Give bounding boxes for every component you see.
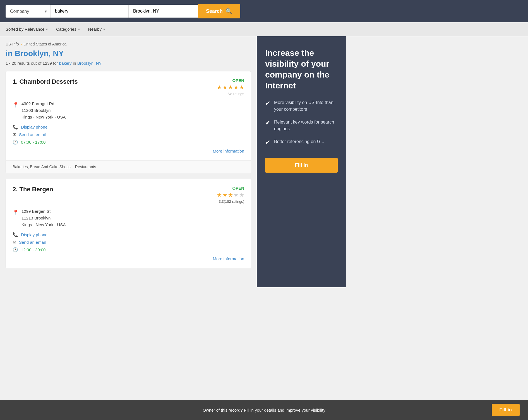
summary-prefix: 1 - 20 results out of 1239 for: [6, 61, 59, 66]
result-1-phone-link[interactable]: Display phone: [21, 125, 47, 129]
sidebar-heading: Increase the visibility of your company …: [265, 47, 338, 91]
summary-in: in: [72, 61, 77, 66]
email-icon-2: ✉: [13, 240, 16, 245]
sidebar-feature-2-text: Relevant key words for search engines: [274, 119, 338, 132]
sidebar-feature-2: ✔ Relevant key words for search engines: [265, 119, 338, 132]
star-4: ★: [234, 84, 239, 91]
breadcrumb: US-Info › United States of America: [6, 42, 251, 46]
sidebar-feature-1: ✔ More visibility on US-Info than your c…: [265, 99, 338, 113]
sort-label: Sorted by Relevance: [6, 27, 44, 32]
result-1-header: 1. Chambord Desserts OPEN ★ ★ ★ ★ ★ No r…: [13, 78, 244, 96]
checkmark-icon-3: ✔: [265, 139, 270, 146]
sidebar-feature-3: ✔ Better referencing on G...: [265, 138, 338, 146]
result-2-hours-row: 🕐 12:00 - 20:00: [13, 247, 244, 252]
header: Company Person Search 🔍: [0, 0, 528, 22]
sidebar-feature-3-text: Better referencing on G...: [274, 138, 324, 145]
star-2: ★: [222, 84, 227, 91]
result-2-star-3: ★: [228, 192, 233, 198]
result-1-stars: ★ ★ ★ ★ ★: [217, 84, 244, 91]
result-1-address-text: 4302 Farragut Rd 11203 Brooklyn Kings - …: [21, 100, 66, 120]
results-summary: 1 - 20 results out of 1239 for bakery in…: [6, 61, 251, 66]
result-2-status: OPEN: [217, 186, 244, 190]
sort-filter[interactable]: Sorted by Relevance ▾: [6, 27, 48, 32]
result-2-header: 2. The Bergen OPEN ★ ★ ★ ★ ★ 3.3(182 rat…: [13, 186, 244, 204]
result-2-star-5: ★: [239, 192, 244, 198]
location-input[interactable]: [128, 5, 198, 18]
result-2-phone-row: 📞 Display phone: [13, 232, 244, 237]
result-card-2-body: 2. The Bergen OPEN ★ ★ ★ ★ ★ 3.3(182 rat…: [6, 179, 251, 268]
keyword-input[interactable]: [50, 5, 128, 18]
result-1-tag-1[interactable]: Restaurants: [75, 165, 96, 169]
summary-keyword-link[interactable]: bakery: [59, 61, 72, 66]
search-button[interactable]: Search 🔍: [198, 4, 240, 18]
result-2-phone-link[interactable]: Display phone: [21, 232, 47, 237]
result-card-1: 1. Chambord Desserts OPEN ★ ★ ★ ★ ★ No r…: [6, 71, 251, 173]
result-1-status: OPEN: [217, 78, 244, 83]
breadcrumb-home[interactable]: US-Info: [6, 42, 19, 46]
result-2-rating-label: 3.3(182 ratings): [217, 199, 244, 204]
search-button-label: Search: [206, 8, 223, 14]
result-2-status-block: OPEN ★ ★ ★ ★ ★ 3.3(182 ratings): [217, 186, 244, 204]
result-2-email-link[interactable]: Send an email: [19, 240, 46, 245]
result-1-rating-label: No ratings: [217, 92, 244, 96]
summary-location-link[interactable]: Brooklyn, NY: [77, 61, 102, 66]
location-heading: in Brooklyn, NY: [6, 49, 251, 58]
result-1-more-info-row: More information: [13, 149, 244, 154]
main-container: US-Info › United States of America in Br…: [0, 36, 528, 287]
email-icon-1: ✉: [13, 132, 16, 137]
star-3: ★: [228, 84, 233, 91]
clock-icon-2: 🕐: [13, 247, 18, 252]
company-select-wrapper: Company Person: [6, 5, 50, 18]
result-1-email-link[interactable]: Send an email: [19, 132, 46, 137]
result-1-hours: 07:00 - 17:00: [21, 140, 45, 144]
clock-icon-1: 🕐: [13, 139, 18, 145]
categories-label: Categories: [56, 27, 76, 32]
result-2-star-2: ★: [222, 192, 227, 198]
categories-chevron-icon: ▾: [78, 27, 80, 31]
result-1-email-row: ✉ Send an email: [13, 132, 244, 137]
checkmark-icon-1: ✔: [265, 100, 270, 107]
result-2-email-row: ✉ Send an email: [13, 240, 244, 245]
nearby-filter[interactable]: Nearby ▾: [88, 27, 105, 32]
result-2-hours: 12:00 - 20:00: [21, 247, 45, 252]
breadcrumb-current: United States of America: [23, 42, 66, 46]
breadcrumb-separator: ›: [20, 42, 22, 46]
result-2-name: 2. The Bergen: [13, 186, 53, 193]
result-1-address: 📍 4302 Farragut Rd 11203 Brooklyn Kings …: [13, 100, 244, 120]
result-1-more-info-link[interactable]: More information: [213, 149, 244, 153]
result-2-more-info-row: More information: [13, 256, 244, 261]
result-1-tag-0[interactable]: Bakeries, Bread And Cake Shops: [13, 165, 71, 169]
result-2-address-text: 1299 Bergen St 11213 Brooklyn Kings - Ne…: [21, 208, 66, 228]
results-area: US-Info › United States of America in Br…: [0, 36, 257, 287]
checkmark-icon-2: ✔: [265, 119, 270, 127]
result-2-star-1: ★: [217, 192, 222, 198]
search-icon: 🔍: [225, 8, 232, 15]
company-select[interactable]: Company Person: [6, 5, 50, 18]
result-2-more-info-link[interactable]: More information: [213, 256, 244, 261]
filter-bar: Sorted by Relevance ▾ Categories ▾ Nearb…: [0, 22, 528, 36]
result-1-phone-row: 📞 Display phone: [13, 124, 244, 130]
sidebar-promo: Increase the visibility of your company …: [257, 36, 346, 287]
pin-icon-2: 📍: [13, 209, 19, 228]
result-1-status-block: OPEN ★ ★ ★ ★ ★ No ratings: [217, 78, 244, 96]
nearby-chevron-icon: ▾: [103, 27, 105, 31]
phone-icon-2: 📞: [13, 232, 18, 237]
result-2-address: 📍 1299 Bergen St 11213 Brooklyn Kings - …: [13, 208, 244, 228]
sort-chevron-icon: ▾: [46, 27, 48, 31]
phone-icon-1: 📞: [13, 124, 18, 130]
sidebar-feature-1-text: More visibility on US-Info than your com…: [274, 99, 338, 113]
result-card-1-body: 1. Chambord Desserts OPEN ★ ★ ★ ★ ★ No r…: [6, 71, 251, 160]
star-5: ★: [239, 84, 244, 91]
pin-icon-1: 📍: [13, 101, 19, 120]
result-1-name: 1. Chambord Desserts: [13, 78, 78, 85]
result-2-stars: ★ ★ ★ ★ ★: [217, 192, 244, 198]
result-2-star-4: ★: [234, 192, 239, 198]
result-1-hours-row: 🕐 07:00 - 17:00: [13, 139, 244, 145]
result-1-tags: Bakeries, Bread And Cake Shops Restauran…: [6, 160, 251, 173]
result-card-2: 2. The Bergen OPEN ★ ★ ★ ★ ★ 3.3(182 rat…: [6, 179, 251, 268]
categories-filter[interactable]: Categories ▾: [56, 27, 80, 32]
star-1: ★: [217, 84, 222, 91]
sidebar-fill-in-button[interactable]: Fill in: [265, 158, 338, 173]
nearby-label: Nearby: [88, 27, 102, 32]
